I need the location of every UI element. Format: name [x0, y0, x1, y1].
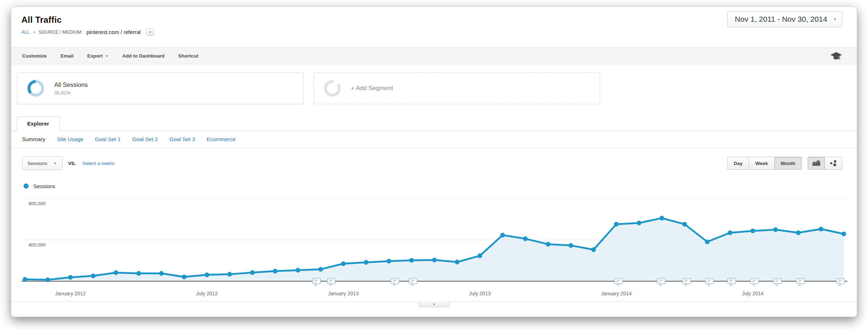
annotation-marker-icon[interactable]: [796, 278, 804, 286]
data-point-Apr 2012[interactable]: [136, 271, 141, 276]
annotation-marker-icon[interactable]: [750, 278, 758, 286]
data-point-Nov 2013[interactable]: [569, 243, 573, 248]
annotation-marker-icon[interactable]: [682, 278, 690, 286]
annotation-marker-icon[interactable]: [391, 278, 399, 286]
data-point-Feb 2014[interactable]: [637, 220, 642, 225]
data-point-Jan 2012[interactable]: [68, 275, 73, 280]
data-point-Apr 2014[interactable]: [682, 222, 687, 227]
data-point-Jun 2012[interactable]: [182, 275, 187, 279]
data-point-Nov 2011[interactable]: [23, 277, 27, 282]
subtab-site-usage[interactable]: Site Usage: [57, 136, 83, 142]
chevron-down-icon: ▼: [105, 54, 109, 58]
annotation-marker-icon[interactable]: [409, 278, 417, 286]
annotation-marker-icon[interactable]: [774, 278, 782, 286]
data-point-Jan 2013[interactable]: [341, 261, 346, 266]
breadcrumb-dropdown-button[interactable]: ▼: [146, 28, 154, 36]
segment-text: All Sessions 35.81%: [54, 81, 88, 96]
breadcrumb-dimension-value: pinterest.com / referral: [86, 29, 141, 35]
chart-plot-area[interactable]: [21, 194, 847, 288]
subtab-goal-set-3[interactable]: Goal Set 3: [169, 136, 195, 142]
data-point-Dec 2011[interactable]: [45, 278, 50, 282]
legend-sessions-label: Sessions: [33, 183, 55, 189]
data-point-Feb 2013[interactable]: [364, 260, 369, 265]
email-button[interactable]: Email: [60, 53, 73, 59]
data-point-Jul 2013[interactable]: [477, 253, 482, 258]
data-point-Dec 2012[interactable]: [318, 267, 323, 271]
add-to-dashboard-button[interactable]: Add to Dashboard: [122, 53, 165, 59]
annotation-marker-icon[interactable]: [706, 278, 714, 286]
customize-button[interactable]: Customize: [22, 53, 47, 59]
annotation-marker-icon[interactable]: [728, 278, 736, 286]
granularity-day-button[interactable]: Day: [727, 157, 749, 170]
select-a-metric-link[interactable]: Select a metric: [82, 161, 115, 166]
segment-title: All Sessions: [54, 81, 88, 89]
data-point-Oct 2014[interactable]: [819, 227, 824, 231]
export-label: Export: [87, 53, 103, 59]
chevron-down-icon: ▼: [149, 30, 152, 34]
granularity-month-button[interactable]: Month: [775, 157, 802, 170]
data-point-Aug 2013[interactable]: [500, 233, 505, 237]
data-point-Jul 2014[interactable]: [750, 228, 755, 233]
annotation-marker-icon[interactable]: [837, 278, 844, 286]
subtab-ecommerce[interactable]: Ecommerce: [207, 136, 235, 142]
subtab-goal-set-1[interactable]: Goal Set 1: [95, 136, 121, 142]
breadcrumb-separator: »: [33, 30, 35, 35]
annotation-marker-icon[interactable]: [327, 278, 335, 286]
annotation-marker-icon[interactable]: [614, 278, 622, 286]
sessions-timeseries-chart: 800,000 400,000: [11, 194, 857, 289]
add-segment-label: + Add Segment: [351, 85, 393, 92]
vs-label: VS.: [68, 161, 76, 166]
data-point-Mar 2013[interactable]: [387, 259, 391, 263]
shortcut-button[interactable]: Shortcut: [178, 53, 199, 59]
subtab-goal-set-2[interactable]: Goal Set 2: [132, 136, 158, 142]
annotations-expander-button[interactable]: ▼: [418, 301, 450, 307]
data-point-Apr 2013[interactable]: [409, 258, 414, 263]
data-point-Nov 2014[interactable]: [842, 232, 846, 236]
breadcrumb-all-link[interactable]: ALL: [21, 29, 30, 35]
add-segment-button[interactable]: + Add Segment: [314, 72, 600, 104]
x-axis-tick-label: January 2012: [55, 291, 86, 296]
export-button[interactable]: Export ▼: [87, 53, 109, 59]
x-axis-labels: January 2012July 2012January 2013July 20…: [21, 289, 847, 301]
report-toolbar: Customize Email Export ▼ Add to Dashboar…: [11, 47, 857, 64]
y-axis-tick-800000: 800,000: [29, 201, 46, 206]
data-point-Jun 2013[interactable]: [455, 260, 459, 264]
annotation-marker-icon[interactable]: [657, 278, 665, 286]
segments-section: All Sessions 35.81% + Add Segment: [11, 64, 857, 114]
data-point-Aug 2012[interactable]: [227, 272, 232, 277]
breadcrumb: ALL » SOURCE / MEDIUM: pinterest.com / r…: [21, 28, 842, 36]
line-chart-view-button[interactable]: [808, 157, 825, 170]
segment-all-sessions[interactable]: All Sessions 35.81%: [17, 72, 303, 104]
data-point-Jun 2014[interactable]: [728, 231, 732, 235]
data-point-Mar 2014[interactable]: [659, 216, 664, 220]
data-point-Dec 2013[interactable]: [591, 247, 596, 252]
data-point-Sep 2014[interactable]: [796, 231, 801, 235]
data-point-Jan 2014[interactable]: [614, 222, 619, 227]
date-range-picker[interactable]: Nov 1, 2011 - Nov 30, 2014 ▼: [727, 11, 842, 27]
analytics-report-panel: All Traffic ALL » SOURCE / MEDIUM: pinte…: [11, 7, 857, 317]
motion-chart-view-button[interactable]: [825, 157, 842, 170]
data-point-Oct 2013[interactable]: [546, 242, 550, 246]
annotation-marker-icon[interactable]: [312, 278, 320, 286]
data-point-Jul 2012[interactable]: [205, 273, 209, 277]
subtab-summary[interactable]: Summary: [22, 136, 45, 142]
data-point-Sep 2012[interactable]: [250, 270, 255, 275]
segment-percent: 35.81%: [54, 90, 88, 96]
granularity-button-group: Day Week Month: [727, 157, 802, 170]
data-point-May 2012[interactable]: [159, 271, 164, 276]
data-point-May 2014[interactable]: [705, 240, 710, 244]
chevron-down-icon: ▼: [433, 303, 436, 306]
education-graduation-cap-icon[interactable]: [830, 51, 842, 61]
metric-selector[interactable]: Sessions ▼: [22, 156, 63, 170]
data-point-Nov 2012[interactable]: [295, 268, 300, 273]
granularity-week-button[interactable]: Week: [749, 157, 774, 170]
data-point-Aug 2014[interactable]: [773, 227, 778, 232]
data-point-Mar 2012[interactable]: [114, 270, 118, 275]
x-axis-tick-label: January 2013: [328, 291, 359, 296]
data-point-May 2013[interactable]: [432, 258, 437, 262]
y-axis-tick-400000: 400,000: [29, 242, 46, 248]
tab-explorer[interactable]: Explorer: [17, 117, 60, 131]
data-point-Oct 2012[interactable]: [273, 269, 277, 274]
data-point-Feb 2012[interactable]: [91, 274, 95, 278]
data-point-Sep 2013[interactable]: [523, 236, 528, 241]
